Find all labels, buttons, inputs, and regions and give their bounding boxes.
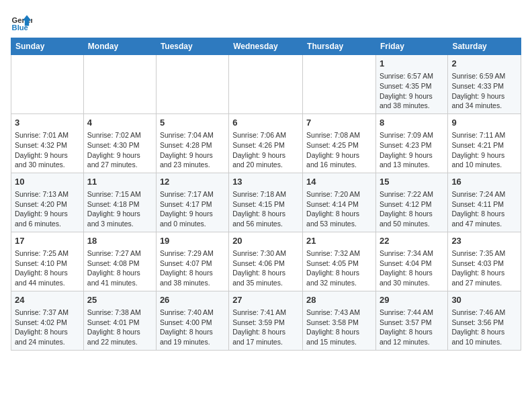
day-cell: 10Sunrise: 7:13 AM Sunset: 4:20 PM Dayli… [11,173,84,232]
day-number: 18 [87,235,152,247]
day-info: Sunrise: 7:02 AM Sunset: 4:30 PM Dayligh… [87,130,152,170]
week-row-1: 3Sunrise: 7:01 AM Sunset: 4:32 PM Daylig… [11,113,521,173]
day-number: 20 [232,235,299,247]
day-info: Sunrise: 7:15 AM Sunset: 4:18 PM Dayligh… [87,189,152,229]
header-row: SundayMondayTuesdayWednesdayThursdayFrid… [11,38,521,55]
day-cell: 2Sunrise: 6:59 AM Sunset: 4:33 PM Daylig… [448,55,521,114]
day-cell: 1Sunrise: 6:57 AM Sunset: 4:35 PM Daylig… [375,55,447,114]
day-cell: 6Sunrise: 7:06 AM Sunset: 4:26 PM Daylig… [229,113,303,173]
day-number: 2 [451,58,517,70]
day-cell [156,55,228,114]
day-number: 7 [306,117,372,129]
day-cell: 15Sunrise: 7:22 AM Sunset: 4:12 PM Dayli… [375,173,447,232]
day-number: 24 [15,294,80,306]
header-friday: Friday [375,38,447,55]
day-cell: 26Sunrise: 7:40 AM Sunset: 4:00 PM Dayli… [156,291,228,350]
logo-icon: General Blue [11,11,32,32]
day-info: Sunrise: 7:25 AM Sunset: 4:10 PM Dayligh… [15,248,80,288]
day-info: Sunrise: 7:22 AM Sunset: 4:12 PM Dayligh… [380,189,444,229]
day-cell: 23Sunrise: 7:35 AM Sunset: 4:03 PM Dayli… [448,232,521,291]
day-number: 14 [306,176,372,188]
day-info: Sunrise: 7:08 AM Sunset: 4:25 PM Dayligh… [306,130,372,170]
day-number: 9 [451,117,517,129]
day-number: 4 [87,117,152,129]
page-header: General Blue [11,11,521,32]
header-thursday: Thursday [303,38,376,55]
day-number: 1 [380,58,444,70]
day-cell: 5Sunrise: 7:04 AM Sunset: 4:28 PM Daylig… [156,113,228,173]
week-row-0: 1Sunrise: 6:57 AM Sunset: 4:35 PM Daylig… [11,55,521,114]
day-cell: 17Sunrise: 7:25 AM Sunset: 4:10 PM Dayli… [11,232,84,291]
day-cell: 13Sunrise: 7:18 AM Sunset: 4:15 PM Dayli… [229,173,303,232]
day-number: 5 [160,117,225,129]
header-wednesday: Wednesday [229,38,303,55]
day-cell [303,55,376,114]
day-info: Sunrise: 7:13 AM Sunset: 4:20 PM Dayligh… [15,189,80,229]
day-info: Sunrise: 7:20 AM Sunset: 4:14 PM Dayligh… [306,189,372,229]
day-info: Sunrise: 7:32 AM Sunset: 4:05 PM Dayligh… [306,248,372,288]
week-row-2: 10Sunrise: 7:13 AM Sunset: 4:20 PM Dayli… [11,173,521,232]
day-number: 8 [380,117,444,129]
day-cell: 18Sunrise: 7:27 AM Sunset: 4:08 PM Dayli… [83,232,156,291]
day-info: Sunrise: 7:01 AM Sunset: 4:32 PM Dayligh… [15,130,80,170]
day-cell: 9Sunrise: 7:11 AM Sunset: 4:21 PM Daylig… [448,113,521,173]
header-sunday: Sunday [11,38,84,55]
day-cell [229,55,303,114]
day-info: Sunrise: 7:29 AM Sunset: 4:07 PM Dayligh… [160,248,225,288]
day-cell: 25Sunrise: 7:38 AM Sunset: 4:01 PM Dayli… [83,291,156,350]
day-number: 11 [87,176,152,188]
day-cell [11,55,84,114]
day-cell: 7Sunrise: 7:08 AM Sunset: 4:25 PM Daylig… [303,113,376,173]
day-cell: 27Sunrise: 7:41 AM Sunset: 3:59 PM Dayli… [229,291,303,350]
day-cell: 16Sunrise: 7:24 AM Sunset: 4:11 PM Dayli… [448,173,521,232]
day-info: Sunrise: 7:04 AM Sunset: 4:28 PM Dayligh… [160,130,225,170]
day-number: 30 [451,294,517,306]
day-number: 19 [160,235,225,247]
day-cell: 21Sunrise: 7:32 AM Sunset: 4:05 PM Dayli… [303,232,376,291]
day-cell: 28Sunrise: 7:43 AM Sunset: 3:58 PM Dayli… [303,291,376,350]
day-info: Sunrise: 7:30 AM Sunset: 4:06 PM Dayligh… [232,248,299,288]
day-number: 27 [232,294,299,306]
calendar-body: 1Sunrise: 6:57 AM Sunset: 4:35 PM Daylig… [11,55,521,351]
day-number: 21 [306,235,372,247]
day-number: 12 [160,176,225,188]
day-number: 26 [160,294,225,306]
day-number: 29 [380,294,444,306]
day-cell: 22Sunrise: 7:34 AM Sunset: 4:04 PM Dayli… [375,232,447,291]
logo: General Blue [11,11,35,32]
day-cell: 29Sunrise: 7:44 AM Sunset: 3:57 PM Dayli… [375,291,447,350]
day-cell: 20Sunrise: 7:30 AM Sunset: 4:06 PM Dayli… [229,232,303,291]
day-info: Sunrise: 7:34 AM Sunset: 4:04 PM Dayligh… [380,248,444,288]
day-info: Sunrise: 7:09 AM Sunset: 4:23 PM Dayligh… [380,130,444,170]
day-info: Sunrise: 7:44 AM Sunset: 3:57 PM Dayligh… [380,308,444,347]
day-number: 10 [15,176,80,188]
day-info: Sunrise: 7:46 AM Sunset: 3:56 PM Dayligh… [451,308,517,347]
calendar-table: SundayMondayTuesdayWednesdayThursdayFrid… [11,38,521,351]
day-info: Sunrise: 7:18 AM Sunset: 4:15 PM Dayligh… [232,189,299,229]
day-number: 3 [15,117,80,129]
day-number: 13 [232,176,299,188]
day-info: Sunrise: 7:41 AM Sunset: 3:59 PM Dayligh… [232,308,299,347]
day-info: Sunrise: 7:35 AM Sunset: 4:03 PM Dayligh… [451,248,517,288]
day-cell: 19Sunrise: 7:29 AM Sunset: 4:07 PM Dayli… [156,232,228,291]
header-monday: Monday [83,38,156,55]
day-number: 23 [451,235,517,247]
day-cell: 4Sunrise: 7:02 AM Sunset: 4:30 PM Daylig… [83,113,156,173]
day-info: Sunrise: 7:27 AM Sunset: 4:08 PM Dayligh… [87,248,152,288]
day-info: Sunrise: 7:24 AM Sunset: 4:11 PM Dayligh… [451,189,517,229]
day-number: 17 [15,235,80,247]
day-number: 15 [380,176,444,188]
day-info: Sunrise: 6:57 AM Sunset: 4:35 PM Dayligh… [380,71,444,111]
day-info: Sunrise: 7:11 AM Sunset: 4:21 PM Dayligh… [451,130,517,170]
header-tuesday: Tuesday [156,38,228,55]
day-number: 28 [306,294,372,306]
day-cell: 30Sunrise: 7:46 AM Sunset: 3:56 PM Dayli… [448,291,521,350]
day-cell: 12Sunrise: 7:17 AM Sunset: 4:17 PM Dayli… [156,173,228,232]
day-info: Sunrise: 7:38 AM Sunset: 4:01 PM Dayligh… [87,308,152,347]
day-info: Sunrise: 7:40 AM Sunset: 4:00 PM Dayligh… [160,308,225,347]
day-info: Sunrise: 7:37 AM Sunset: 4:02 PM Dayligh… [15,308,80,347]
week-row-4: 24Sunrise: 7:37 AM Sunset: 4:02 PM Dayli… [11,291,521,350]
day-number: 16 [451,176,517,188]
day-cell: 14Sunrise: 7:20 AM Sunset: 4:14 PM Dayli… [303,173,376,232]
day-number: 25 [87,294,152,306]
